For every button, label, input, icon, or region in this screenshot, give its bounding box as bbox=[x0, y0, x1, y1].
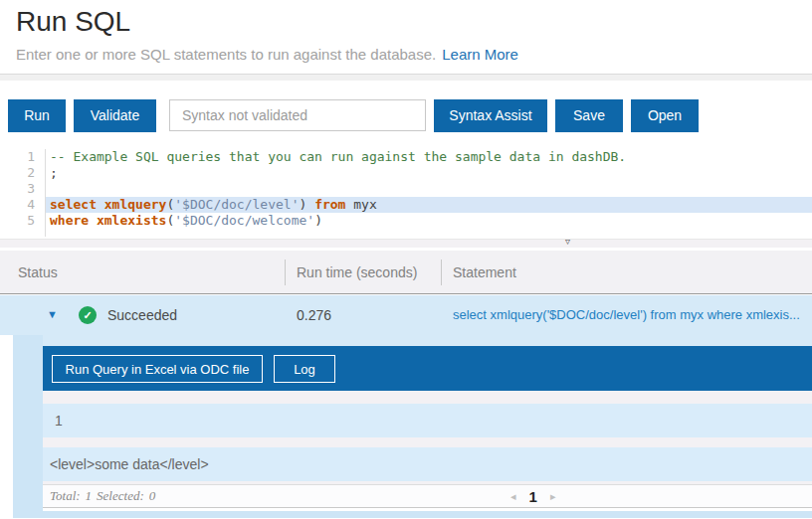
open-button[interactable]: Open bbox=[631, 99, 699, 132]
collapse-icon[interactable]: ▿ bbox=[565, 236, 570, 247]
column-status: Status bbox=[18, 251, 58, 294]
page-number: 1 bbox=[529, 488, 537, 505]
runtime-value: 0.276 bbox=[297, 295, 331, 335]
detail-gap bbox=[43, 391, 812, 404]
page-title: Run SQL bbox=[16, 6, 130, 38]
code-text[interactable]: -- Example SQL queries that you can run … bbox=[45, 149, 812, 165]
line-number: 2 bbox=[0, 165, 45, 181]
chevron-down-icon[interactable]: ▼ bbox=[47, 308, 58, 320]
result-data-row[interactable]: <level>some data</level> bbox=[43, 447, 812, 481]
top-divider bbox=[0, 74, 812, 81]
selected-label: Selected: bbox=[97, 488, 144, 503]
statement-link[interactable]: select xmlquery('$DOC/doc/level') from m… bbox=[453, 295, 800, 335]
selected-value: 0 bbox=[149, 488, 156, 503]
code-text[interactable]: select xmlquery('$DOC/doc/level') from m… bbox=[45, 197, 812, 213]
code-text[interactable]: ; bbox=[45, 165, 812, 181]
result-cell: <level>some data</level> bbox=[50, 447, 209, 481]
success-check-icon: ✓ bbox=[79, 306, 97, 324]
column-divider bbox=[441, 260, 442, 285]
sql-editor[interactable]: 1-- Example SQL queries that you can run… bbox=[0, 149, 812, 237]
learn-more-link[interactable]: Learn More bbox=[442, 46, 518, 63]
editor-line-2[interactable]: 2; bbox=[0, 165, 812, 181]
splitter-handle[interactable]: ▿ bbox=[0, 239, 812, 248]
editor-line-1[interactable]: 1-- Example SQL queries that you can run… bbox=[0, 149, 812, 165]
detail-action-panel: Run Query in Excel via ODC file Log bbox=[43, 346, 812, 391]
page-subtitle: Enter one or more SQL statements to run … bbox=[16, 46, 518, 63]
detail-top-strip bbox=[43, 335, 812, 346]
result-row[interactable]: ▼ ✓ Succeeded 0.276 select xmlquery('$DO… bbox=[0, 295, 812, 335]
total-value: 1 bbox=[86, 488, 93, 503]
page-next-icon[interactable]: ▸ bbox=[550, 490, 556, 503]
validate-button[interactable]: Validate bbox=[74, 99, 156, 132]
results-header: Status Run time (seconds) Statement bbox=[0, 251, 812, 294]
status-value: Succeeded bbox=[107, 295, 177, 335]
run-sql-page: Run SQL Enter one or more SQL statements… bbox=[0, 0, 812, 519]
save-button[interactable]: Save bbox=[555, 99, 623, 132]
totals-text: Total:1Selected:0 bbox=[50, 485, 160, 507]
column-statement: Statement bbox=[453, 251, 516, 294]
run-button[interactable]: Run bbox=[8, 99, 66, 132]
detail-bottom-strip bbox=[13, 511, 812, 518]
log-button[interactable]: Log bbox=[274, 355, 335, 383]
result-column-header: 1 bbox=[55, 404, 63, 437]
code-text[interactable]: where xmlexists('$DOC/doc/welcome') bbox=[45, 213, 812, 229]
code-text[interactable] bbox=[45, 181, 812, 197]
pagination: ◂ 1 ▸ bbox=[510, 485, 555, 507]
total-label: Total: bbox=[50, 488, 81, 503]
column-divider bbox=[285, 260, 286, 285]
result-footer: Total:1Selected:0 ◂ 1 ▸ bbox=[43, 484, 812, 508]
editor-line-4[interactable]: 4select xmlquery('$DOC/doc/level') from … bbox=[0, 197, 812, 213]
page-prev-icon[interactable]: ◂ bbox=[510, 490, 516, 503]
run-query-excel-button[interactable]: Run Query in Excel via ODC file bbox=[52, 355, 263, 383]
line-number: 4 bbox=[0, 197, 45, 213]
result-column-header-row: 1 bbox=[43, 404, 812, 437]
editor-line-3[interactable]: 3 bbox=[0, 181, 812, 197]
detail-gap bbox=[43, 437, 812, 447]
line-number: 5 bbox=[0, 213, 45, 229]
line-number: 1 bbox=[0, 149, 45, 165]
editor-gutter-divider bbox=[45, 149, 46, 237]
syntax-status-box: Syntax not validated bbox=[169, 99, 426, 131]
column-runtime: Run time (seconds) bbox=[297, 251, 417, 294]
editor-line-5[interactable]: 5where xmlexists('$DOC/doc/welcome') bbox=[0, 213, 812, 229]
subtitle-text: Enter one or more SQL statements to run … bbox=[16, 46, 436, 63]
line-number: 3 bbox=[0, 181, 45, 197]
detail-left-strip bbox=[13, 335, 43, 518]
syntax-assist-button[interactable]: Syntax Assist bbox=[434, 99, 547, 132]
